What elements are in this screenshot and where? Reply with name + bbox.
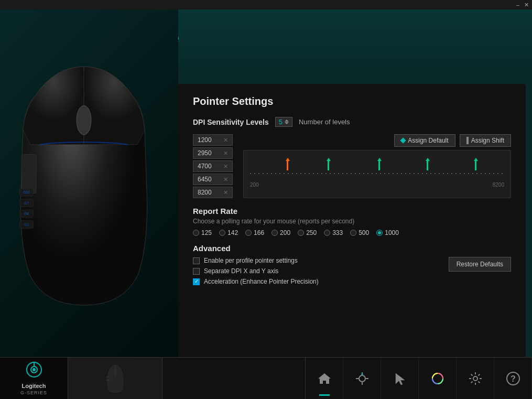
polling-1000[interactable]: 1000	[376, 229, 399, 236]
dpi-count-up-arrow[interactable]	[285, 120, 289, 122]
dpi-item-2950[interactable]: 2950 ✕	[193, 147, 233, 159]
polling-500[interactable]: 500	[350, 229, 369, 236]
dpi-remove-1200[interactable]: ✕	[223, 137, 228, 144]
dpi-item-4700[interactable]: 4700 ✕	[193, 160, 233, 172]
polling-142[interactable]: 142	[219, 229, 238, 236]
lighting-icon-button[interactable]	[419, 358, 457, 399]
pointer-settings-icon-button[interactable]	[381, 358, 419, 399]
dpi-remove-8200[interactable]: ✕	[223, 189, 228, 196]
dpi-count-value: 5	[279, 118, 283, 126]
dpi-indicator-3	[377, 158, 382, 170]
assign-default-label: Assign Default	[408, 137, 448, 144]
dpi-track-line[interactable]	[250, 172, 504, 175]
report-rate-title: Report Rate	[193, 207, 511, 215]
home-active-indicator	[319, 394, 330, 396]
advanced-title: Advanced	[193, 244, 511, 253]
radio-circle-166[interactable]	[245, 230, 252, 236]
diamond-icon	[400, 137, 406, 143]
dpi-remove-4700[interactable]: ✕	[223, 163, 228, 170]
advanced-content: Enable per profile pointer settings Sepa…	[193, 257, 511, 285]
assign-shift-button[interactable]: Assign Shift	[460, 134, 511, 147]
polling-200[interactable]: 200	[272, 229, 290, 236]
checkbox-label-separate-dpi: Separate DPI X and Y axis	[204, 267, 278, 275]
polling-label-333: 333	[332, 229, 343, 236]
bar-icon	[466, 137, 469, 144]
radio-circle-500[interactable]	[350, 230, 356, 236]
dpi-track-container	[250, 155, 504, 181]
radio-circle-142[interactable]	[219, 230, 225, 236]
dpi-value-2950: 2950	[198, 149, 212, 157]
svg-point-15	[114, 369, 116, 375]
radio-circle-250[interactable]	[298, 230, 304, 236]
dpi-right-panel: Assign Default Assign Shift	[243, 134, 511, 198]
gear-settings-icon-button[interactable]	[457, 358, 494, 399]
svg-text:G4: G4	[24, 212, 29, 215]
dpi-label: DPI Sensitivity Levels	[193, 118, 269, 126]
polling-250[interactable]: 250	[298, 229, 317, 236]
dpi-value-1200: 1200	[198, 136, 212, 144]
polling-333[interactable]: 333	[324, 229, 343, 236]
radio-circle-333[interactable]	[324, 230, 330, 236]
cursor-enhance-icon-button[interactable]	[343, 358, 381, 399]
dpi-item-8200[interactable]: 8200 ✕	[193, 187, 233, 198]
polling-label-125: 125	[201, 229, 212, 236]
device-mouse-svg	[100, 363, 131, 394]
checkbox-box-separate-dpi[interactable]	[193, 268, 200, 275]
dpi-indicator-2	[327, 158, 331, 170]
dpi-header: DPI Sensitivity Levels 5 Number of level…	[193, 117, 511, 127]
checkbox-per-profile[interactable]: Enable per profile pointer settings	[193, 257, 319, 264]
svg-marker-24	[396, 373, 405, 385]
assign-shift-label: Assign Shift	[471, 137, 504, 144]
help-icon-button[interactable]: ?	[494, 358, 532, 399]
num-levels-label: Number of levels	[299, 118, 350, 126]
checkbox-box-per-profile[interactable]	[193, 257, 200, 264]
polling-125[interactable]: 125	[193, 229, 212, 236]
taskbar-brand-name: Logitech	[22, 383, 46, 389]
svg-marker-23	[361, 373, 363, 375]
dpi-min-label: 200	[250, 182, 259, 188]
taskbar-brand: Logitech G-SERIES	[0, 358, 68, 399]
dpi-item-6450[interactable]: 6450 ✕	[193, 174, 233, 185]
dpi-item-1200[interactable]: 1200 ✕	[193, 134, 233, 146]
dpi-value-8200: 8200	[198, 189, 212, 196]
report-rate-section: Report Rate Choose a polling rate for yo…	[193, 207, 511, 236]
close-button[interactable]: ✕	[523, 1, 530, 8]
svg-text:G7: G7	[24, 201, 29, 204]
taskbar: Logitech G-SERIES	[0, 357, 532, 399]
dpi-count-down-arrow[interactable]	[285, 122, 289, 124]
checkbox-separate-dpi[interactable]: Separate DPI X and Y axis	[193, 267, 319, 275]
polling-166[interactable]: 166	[245, 229, 264, 236]
checkbox-label-per-profile: Enable per profile pointer settings	[204, 257, 298, 264]
svg-text:G1: G1	[24, 222, 29, 226]
dpi-max-label: 8200	[493, 182, 504, 188]
advanced-section: Advanced Enable per profile pointer sett…	[193, 244, 511, 285]
radio-circle-200[interactable]	[272, 230, 278, 236]
advanced-options-list: Enable per profile pointer settings Sepa…	[193, 257, 319, 285]
checkbox-box-acceleration[interactable]: ✓	[193, 278, 200, 285]
svg-text:G10: G10	[23, 190, 30, 194]
taskbar-brand-series: G-SERIES	[20, 390, 47, 395]
dpi-count-box[interactable]: 5	[275, 117, 292, 127]
dpi-content: 1200 ✕ 2950 ✕ 4700 ✕ 6450 ✕ 8200 ✕	[193, 134, 511, 198]
minimize-button[interactable]: –	[514, 1, 522, 8]
svg-point-26	[473, 376, 477, 381]
dpi-remove-2950[interactable]: ✕	[223, 150, 228, 157]
radio-circle-1000[interactable]	[376, 230, 383, 236]
taskbar-device-icon[interactable]	[68, 358, 162, 399]
dpi-value-6450: 6450	[198, 176, 212, 183]
polling-label-500: 500	[359, 229, 369, 236]
checkbox-acceleration[interactable]: ✓ Acceleration (Enhance Pointer Precisio…	[193, 278, 319, 285]
taskbar-icons: ?	[305, 358, 532, 399]
svg-point-0	[77, 105, 91, 135]
radio-circle-125[interactable]	[193, 230, 199, 236]
checkmark-icon: ✓	[194, 279, 199, 284]
dpi-indicator-4	[426, 158, 430, 170]
logitech-logo-icon	[26, 361, 42, 382]
restore-defaults-button[interactable]: Restore Defaults	[449, 257, 511, 272]
svg-rect-17	[106, 377, 109, 379]
assign-default-button[interactable]: Assign Default	[394, 134, 455, 147]
dpi-remove-6450[interactable]: ✕	[223, 176, 228, 183]
dpi-markers: 200 8200	[250, 182, 504, 188]
home-icon-button[interactable]	[306, 358, 343, 399]
mouse-illustration: G10 G7 G4 G1	[0, 9, 178, 357]
